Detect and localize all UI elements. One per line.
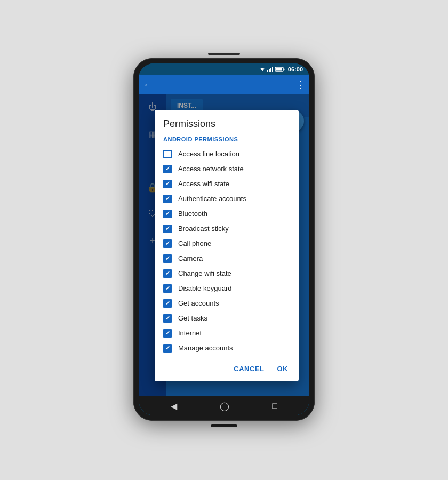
svg-rect-4 xyxy=(272,67,273,72)
checkmark-icon: ✓ xyxy=(165,226,170,231)
permission-label-call-phone: Call phone xyxy=(178,239,211,247)
checkmark-icon: ✓ xyxy=(165,330,170,336)
phone-home-bar xyxy=(211,424,237,427)
checkmark-icon: ✓ xyxy=(165,255,170,261)
permission-item-disable-keyguard[interactable]: ✓Disable keyguard xyxy=(159,281,294,296)
permission-label-bluetooth: Bluetooth xyxy=(178,210,207,218)
svg-rect-7 xyxy=(276,68,282,71)
permission-label-access-wifi-state: Access wifi state xyxy=(178,180,229,188)
checkmark-icon: ✓ xyxy=(165,285,170,291)
checkmark-icon: ✓ xyxy=(165,270,170,276)
checkmark-icon: ✓ xyxy=(165,196,170,202)
permission-item-internet[interactable]: ✓Internet xyxy=(159,326,294,341)
checkbox-bluetooth[interactable]: ✓ xyxy=(163,210,172,218)
checkbox-disable-keyguard[interactable]: ✓ xyxy=(163,284,172,293)
permission-item-authenticate-accounts[interactable]: ✓Authenticate accounts xyxy=(159,191,294,206)
phone-device: 06:00 ← ⋮ ⏻ ▦ □ 🔒 🛡 + xyxy=(133,53,315,427)
nav-back-button[interactable]: ◀ xyxy=(171,401,177,411)
status-icons xyxy=(259,67,285,72)
permission-item-get-tasks[interactable]: ✓Get tasks xyxy=(159,311,294,326)
status-time: 06:00 xyxy=(288,66,303,73)
cancel-button[interactable]: CANCEL xyxy=(231,363,266,375)
permission-item-access-fine-location[interactable]: Access fine location xyxy=(159,147,294,162)
permission-label-access-fine-location: Access fine location xyxy=(178,150,239,158)
permission-item-access-wifi-state[interactable]: ✓Access wifi state xyxy=(159,177,294,191)
battery-icon xyxy=(275,67,285,72)
phone-speaker-top xyxy=(208,53,240,55)
permission-item-broadcast-sticky[interactable]: ✓Broadcast sticky xyxy=(159,221,294,236)
permission-label-change-wifi-state: Change wifi state xyxy=(178,269,231,277)
checkmark-icon: ✓ xyxy=(165,181,170,187)
checkbox-get-tasks[interactable]: ✓ xyxy=(163,314,172,323)
dialog-actions: CANCEL OK xyxy=(155,358,299,381)
permission-label-get-tasks: Get tasks xyxy=(178,314,207,322)
permission-label-authenticate-accounts: Authenticate accounts xyxy=(178,195,246,203)
dialog-section-header: ANDROID PERMISSIONS xyxy=(155,132,299,147)
status-bar: 06:00 xyxy=(139,63,309,75)
checkmark-icon: ✓ xyxy=(165,166,170,172)
permission-item-manage-accounts[interactable]: ✓Manage accounts xyxy=(159,341,294,356)
more-options-button[interactable]: ⋮ xyxy=(295,79,305,91)
dialog-overlay: Permissions ANDROID PERMISSIONS Access f… xyxy=(139,94,309,396)
checkbox-access-network-state[interactable]: ✓ xyxy=(163,165,172,173)
back-button[interactable]: ← xyxy=(143,79,153,91)
checkbox-call-phone[interactable]: ✓ xyxy=(163,239,172,248)
checkmark-icon: ✓ xyxy=(165,241,170,246)
checkbox-authenticate-accounts[interactable]: ✓ xyxy=(163,195,172,203)
signal-icon xyxy=(267,67,274,72)
svg-rect-2 xyxy=(269,69,270,72)
checkmark-icon: ✓ xyxy=(165,345,170,351)
permission-item-camera[interactable]: ✓Camera xyxy=(159,251,294,266)
dialog-title: Permissions xyxy=(155,110,299,132)
nav-recents-button[interactable]: □ xyxy=(272,401,277,411)
checkmark-icon: ✓ xyxy=(165,211,170,217)
permission-label-broadcast-sticky: Broadcast sticky xyxy=(178,225,229,233)
permission-label-camera: Camera xyxy=(178,254,203,262)
ok-button[interactable]: OK xyxy=(275,363,291,375)
checkbox-internet[interactable]: ✓ xyxy=(163,329,172,338)
nav-home-button[interactable]: ◯ xyxy=(220,401,229,411)
svg-rect-1 xyxy=(267,70,268,72)
checkbox-access-wifi-state[interactable]: ✓ xyxy=(163,180,172,188)
app-header: ← ⋮ xyxy=(139,75,309,94)
permission-item-access-network-state[interactable]: ✓Access network state xyxy=(159,162,294,177)
permission-label-manage-accounts: Manage accounts xyxy=(178,344,233,352)
wifi-icon xyxy=(259,67,266,72)
permission-label-access-network-state: Access network state xyxy=(178,165,244,173)
permission-label-internet: Internet xyxy=(178,329,202,337)
permission-label-disable-keyguard: Disable keyguard xyxy=(178,284,231,292)
permission-item-call-phone[interactable]: ✓Call phone xyxy=(159,236,294,251)
svg-rect-6 xyxy=(283,69,284,70)
checkmark-icon: ✓ xyxy=(165,315,170,321)
permission-item-change-wifi-state[interactable]: ✓Change wifi state xyxy=(159,266,294,281)
checkbox-camera[interactable]: ✓ xyxy=(163,254,172,263)
checkbox-get-accounts[interactable]: ✓ xyxy=(163,299,172,308)
checkmark-icon: ✓ xyxy=(165,300,170,306)
checkbox-change-wifi-state[interactable]: ✓ xyxy=(163,269,172,278)
permission-item-bluetooth[interactable]: ✓Bluetooth xyxy=(159,206,294,221)
svg-point-0 xyxy=(262,70,263,71)
nav-bar: ◀ ◯ □ xyxy=(139,396,309,415)
permissions-list: Access fine location✓Access network stat… xyxy=(155,147,299,356)
checkbox-access-fine-location[interactable] xyxy=(163,150,172,158)
permission-label-get-accounts: Get accounts xyxy=(178,299,219,307)
svg-rect-3 xyxy=(270,68,271,72)
permissions-dialog: Permissions ANDROID PERMISSIONS Access f… xyxy=(155,110,299,381)
checkbox-manage-accounts[interactable]: ✓ xyxy=(163,344,172,353)
checkbox-broadcast-sticky[interactable]: ✓ xyxy=(163,225,172,233)
permission-item-get-accounts[interactable]: ✓Get accounts xyxy=(159,296,294,311)
app-content: ⏻ ▦ □ 🔒 🛡 + INST... xyxy=(139,94,309,396)
